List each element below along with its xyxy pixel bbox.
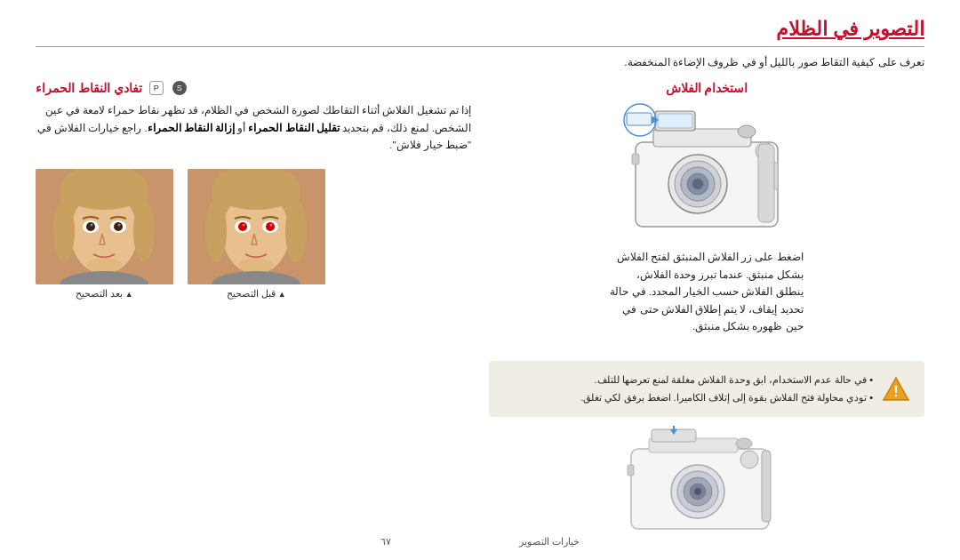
camera-top-illustration — [489, 102, 924, 240]
redeye-photos: قبل التصحيح — [36, 169, 471, 299]
page-footer: خيارات التصوير ٦٧ — [0, 536, 960, 548]
s-badge: S — [172, 81, 187, 95]
svg-point-26 — [238, 222, 247, 231]
camera-bottom-svg — [618, 422, 796, 547]
svg-point-64 — [736, 438, 752, 449]
svg-point-29 — [266, 222, 275, 231]
warning-text-block: • في حالة عدم الاستخدام، ابق وحدة الفلاش… — [500, 372, 873, 407]
photo-after: بعد التصحيح — [36, 169, 173, 299]
warning-icon: ! — [882, 375, 910, 404]
flash-column: استخدام الفلاش — [489, 81, 924, 345]
warning-bullet2: • تودي محاولة فتح الفلاش بقوة إلى إتلاف … — [500, 389, 873, 407]
svg-point-30 — [270, 223, 273, 226]
svg-point-27 — [243, 223, 245, 226]
svg-point-46 — [118, 223, 121, 226]
bottom-section: ! • في حالة عدم الاستخدام، ابق وحدة الفل… — [36, 352, 924, 548]
photo-before-img — [188, 169, 325, 284]
svg-point-10 — [738, 125, 756, 138]
warning-bullet1: • في حالة عدم الاستخدام، ابق وحدة الفلاش… — [500, 372, 873, 389]
warning-and-camera: ! • في حالة عدم الاستخدام، ابق وحدة الفل… — [489, 352, 924, 548]
flash-section-title: استخدام الفلاش — [666, 81, 748, 95]
svg-rect-63 — [762, 451, 771, 522]
svg-point-22 — [205, 200, 227, 262]
redeye-section-title: تفادي النقاط الحمراء — [36, 81, 142, 95]
main-columns: استخدام الفلاش — [36, 81, 924, 345]
camera-bottom-illustration — [489, 422, 924, 547]
svg-point-9 — [692, 179, 703, 189]
svg-rect-65 — [628, 465, 634, 476]
bottom-right-spacer — [36, 352, 471, 548]
svg-point-24 — [215, 174, 297, 210]
svg-point-40 — [63, 174, 145, 210]
svg-point-62 — [740, 451, 758, 468]
footer-label: خيارات التصوير ٦٧ — [380, 536, 580, 548]
svg-rect-3 — [658, 114, 692, 128]
svg-rect-16 — [627, 113, 652, 125]
flash-text: اضغط على زر الفلاش المنبثق لفتح الفلاش ب… — [610, 249, 803, 336]
svg-point-61 — [694, 488, 701, 495]
photo-after-img — [36, 169, 173, 284]
photo-before-caption: قبل التصحيح — [227, 288, 285, 299]
p-badge: P — [149, 81, 164, 95]
svg-point-23 — [285, 200, 307, 262]
redeye-column: S P تفادي النقاط الحمراء إذا تم تشغيل ال… — [36, 81, 471, 345]
page-container: التصوير في الظلام تعرف على كيفية التقاط … — [0, 0, 960, 560]
svg-point-42 — [86, 222, 95, 231]
svg-point-38 — [53, 200, 75, 262]
camera-top-svg — [609, 102, 804, 240]
svg-point-39 — [133, 200, 155, 262]
photo-after-caption: بعد التصحيح — [76, 288, 132, 299]
redeye-text: إذا تم تشغيل الفلاش أثناء التقاطك لصورة … — [36, 102, 471, 155]
svg-point-43 — [91, 223, 93, 226]
svg-text:!: ! — [893, 384, 898, 399]
page-title: التصوير في الظلام — [36, 18, 924, 41]
svg-rect-14 — [758, 144, 774, 222]
title-divider — [36, 46, 924, 47]
svg-point-45 — [114, 222, 123, 231]
warning-box: ! • في حالة عدم الاستخدام، ابق وحدة الفل… — [489, 361, 924, 418]
intro-text: تعرف على كيفية التقاط صور بالليل أو في ظ… — [36, 56, 924, 68]
svg-rect-13 — [632, 154, 639, 164]
svg-rect-1 — [653, 129, 751, 147]
photo-before: قبل التصحيح — [188, 169, 325, 299]
